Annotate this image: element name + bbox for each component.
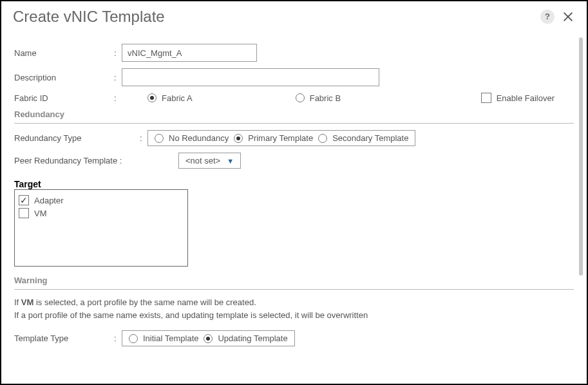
radio-icon bbox=[155, 134, 164, 143]
help-button[interactable]: ? bbox=[540, 10, 555, 24]
colon: : bbox=[140, 133, 147, 143]
colon: : bbox=[114, 333, 122, 343]
colon: : bbox=[114, 73, 122, 82]
name-row: Name : bbox=[14, 44, 574, 62]
target-title: Target bbox=[14, 179, 574, 189]
target-vm-option[interactable]: VM bbox=[19, 207, 184, 220]
warning-line1c: is selected, a port profile by the same … bbox=[33, 297, 256, 307]
peer-redundancy-value: <not set> bbox=[185, 156, 220, 165]
radio-icon bbox=[234, 134, 243, 143]
radio-icon bbox=[296, 93, 305, 102]
initial-template-radio[interactable]: Initial Template bbox=[129, 333, 198, 343]
chevron-down-icon: ▼ bbox=[227, 157, 234, 165]
primary-template-label: Primary Template bbox=[248, 133, 313, 143]
description-input[interactable] bbox=[122, 68, 379, 86]
enable-failover-label: Enable Failover bbox=[497, 93, 555, 103]
warning-line2: If a port profile of the same name exist… bbox=[14, 310, 368, 320]
peer-redundancy-row: Peer Redundancy Template : <not set> ▼ bbox=[14, 153, 574, 169]
checkbox-icon bbox=[19, 195, 29, 205]
close-icon[interactable] bbox=[561, 10, 575, 24]
radio-icon bbox=[147, 93, 156, 102]
name-label: Name bbox=[14, 48, 114, 58]
radio-icon bbox=[318, 134, 327, 143]
initial-template-label: Initial Template bbox=[143, 333, 198, 343]
warning-text: If VM is selected, a port profile by the… bbox=[14, 296, 574, 321]
scrollbar[interactable] bbox=[579, 37, 583, 276]
template-type-label: Template Type bbox=[14, 333, 114, 343]
updating-template-label: Updating Template bbox=[218, 333, 287, 343]
secondary-template-label: Secondary Template bbox=[332, 133, 408, 143]
radio-icon bbox=[129, 334, 138, 343]
target-adapter-label: Adapter bbox=[34, 196, 64, 205]
redundancy-type-row: Redundancy Type : No Redundancy Primary … bbox=[14, 130, 574, 146]
radio-icon bbox=[204, 334, 213, 343]
fabric-row: Fabric ID : Fabric A Fabric B Enable Fai… bbox=[14, 93, 574, 103]
no-redundancy-radio[interactable]: No Redundancy bbox=[155, 133, 229, 143]
checkbox-icon bbox=[19, 208, 29, 218]
warning-vm-bold: VM bbox=[21, 297, 34, 307]
updating-template-radio[interactable]: Updating Template bbox=[204, 333, 287, 343]
fabric-b-radio[interactable]: Fabric B bbox=[296, 93, 341, 103]
fabric-b-label: Fabric B bbox=[310, 93, 341, 103]
no-redundancy-label: No Redundancy bbox=[169, 133, 229, 143]
fabric-a-radio[interactable]: Fabric A bbox=[147, 93, 193, 103]
peer-redundancy-label: Peer Redundancy Template : bbox=[14, 156, 166, 165]
colon: : bbox=[114, 93, 122, 103]
warning-line1a: If bbox=[14, 297, 21, 307]
fabric-a-label: Fabric A bbox=[162, 93, 193, 103]
colon: : bbox=[114, 48, 122, 58]
description-row: Description : bbox=[14, 68, 574, 86]
peer-redundancy-dropdown[interactable]: <not set> ▼ bbox=[178, 153, 241, 169]
redundancy-type-label: Redundancy Type bbox=[14, 133, 140, 143]
name-input[interactable] bbox=[122, 44, 257, 62]
secondary-template-radio[interactable]: Secondary Template bbox=[318, 133, 408, 143]
fabric-label: Fabric ID bbox=[14, 93, 114, 103]
description-label: Description bbox=[14, 73, 114, 82]
redundancy-section-title: Redundancy bbox=[14, 109, 574, 119]
dialog-header: Create vNIC Template ? bbox=[1, 1, 587, 31]
warning-section-title: Warning bbox=[14, 276, 574, 285]
template-type-group: Initial Template Updating Template bbox=[122, 330, 295, 346]
dialog-content: Name : Description : Fabric ID : Fabric … bbox=[1, 31, 587, 379]
enable-failover-checkbox[interactable]: Enable Failover bbox=[481, 93, 555, 103]
dialog-title: Create vNIC Template bbox=[13, 8, 540, 26]
redundancy-type-group: No Redundancy Primary Template Secondary… bbox=[147, 130, 415, 146]
target-adapter-option[interactable]: Adapter bbox=[19, 194, 184, 207]
divider bbox=[14, 123, 574, 124]
primary-template-radio[interactable]: Primary Template bbox=[234, 133, 313, 143]
checkbox-icon bbox=[481, 93, 491, 103]
template-type-row: Template Type : Initial Template Updatin… bbox=[14, 330, 574, 346]
target-listbox: Adapter VM bbox=[14, 189, 188, 267]
target-vm-label: VM bbox=[34, 209, 47, 218]
divider bbox=[14, 289, 574, 290]
